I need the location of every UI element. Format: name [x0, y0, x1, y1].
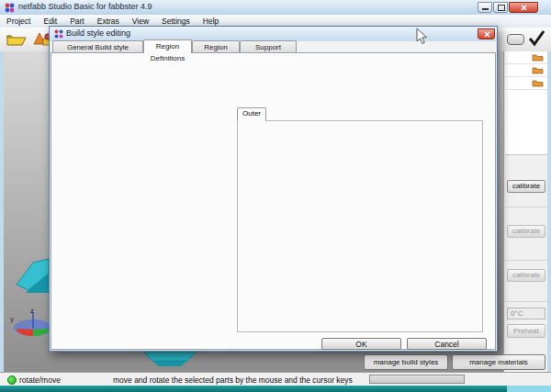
- ok-button[interactable]: OK: [321, 338, 401, 350]
- status-bar: rotate/move move and rotate the selected…: [0, 372, 551, 386]
- preheat-button[interactable]: Preheat: [507, 324, 545, 338]
- platform-icon[interactable]: [507, 34, 524, 45]
- tab-region-definitions[interactable]: Region Definitions: [143, 39, 192, 53]
- open-project-button[interactable]: [6, 30, 28, 48]
- axis-label-z: z: [30, 307, 34, 315]
- menu-item-part[interactable]: Part: [63, 17, 91, 26]
- minimize-button[interactable]: [478, 2, 492, 13]
- minimize-icon: [482, 8, 489, 10]
- calibrate-button-3[interactable]: calibrate: [507, 269, 545, 282]
- param-panel-outer: [237, 120, 483, 332]
- dialog-close-button[interactable]: [478, 28, 495, 39]
- divider: [505, 301, 547, 302]
- tab-region-selection[interactable]: Region Selection: [192, 40, 240, 53]
- application-window: netfabb Studio Basic for fabbster 4.9 Pr…: [0, 0, 551, 392]
- close-icon: [521, 5, 527, 11]
- apply-check-button[interactable]: [527, 28, 546, 48]
- tab-general-build-style-settings[interactable]: General Build style Settings: [52, 40, 143, 53]
- folder-icon: [532, 79, 544, 87]
- maximize-icon: [498, 5, 505, 11]
- progress-bar: [369, 375, 465, 384]
- window-frame-left: [0, 51, 4, 386]
- manage-materials-button[interactable]: manage materials: [452, 354, 545, 370]
- folder-icon: [532, 66, 544, 74]
- dialog-titlebar[interactable]: Build style editing: [50, 27, 497, 41]
- menu-item-help[interactable]: Help: [197, 17, 225, 26]
- list-item[interactable]: [505, 77, 547, 90]
- dialog-title: Build style editing: [66, 28, 130, 38]
- desktop-strip: [0, 386, 551, 392]
- parts-list[interactable]: [505, 51, 547, 155]
- manage-build-styles-button[interactable]: manage build styles: [364, 354, 448, 370]
- calibrate-button-2[interactable]: calibrate: [507, 225, 545, 238]
- window-titlebar[interactable]: netfabb Studio Basic for fabbster 4.9: [0, 0, 551, 16]
- platform-part-left[interactable]: [4, 250, 50, 294]
- mouse-cursor: [416, 28, 428, 45]
- divider: [505, 260, 547, 261]
- tab-support-strategies[interactable]: Support Strategies: [240, 40, 297, 53]
- menu-item-view[interactable]: View: [126, 17, 155, 26]
- status-indicator-icon: [7, 375, 17, 385]
- status-mode: rotate/move: [19, 375, 61, 385]
- temperature-field: 0°C: [507, 308, 545, 319]
- list-item[interactable]: [505, 64, 547, 77]
- axis-label-y: y: [10, 315, 14, 323]
- window-title: netfabb Studio Basic for fabbster 4.9: [18, 2, 152, 11]
- platform-part-bottom[interactable]: [140, 352, 200, 368]
- close-button[interactable]: [509, 2, 538, 13]
- status-hint: move and rotate the selected parts by th…: [113, 375, 353, 385]
- desktop-corner: [507, 386, 551, 392]
- folder-icon: [532, 53, 544, 62]
- maximize-button[interactable]: [493, 2, 508, 13]
- dialog-icon: [54, 29, 63, 39]
- menu-item-settings[interactable]: Settings: [155, 17, 197, 26]
- right-sidebar: calibrate calibrate calibrate 0°C Prehea…: [503, 51, 547, 372]
- close-icon: [484, 31, 490, 38]
- check-icon: [530, 31, 544, 44]
- app-logo-icon: [5, 3, 15, 13]
- param-tab-outer[interactable]: Outer: [237, 107, 266, 121]
- menu-item-edit[interactable]: Edit: [37, 17, 63, 26]
- window-frame-right: [547, 51, 551, 386]
- list-item[interactable]: [505, 51, 547, 64]
- cancel-button[interactable]: Cancel: [407, 338, 487, 350]
- divider: [505, 207, 547, 207]
- menu-item-extras[interactable]: Extras: [91, 17, 126, 26]
- calibrate-button-1[interactable]: calibrate: [507, 180, 545, 193]
- menu-item-project[interactable]: Project: [0, 17, 37, 26]
